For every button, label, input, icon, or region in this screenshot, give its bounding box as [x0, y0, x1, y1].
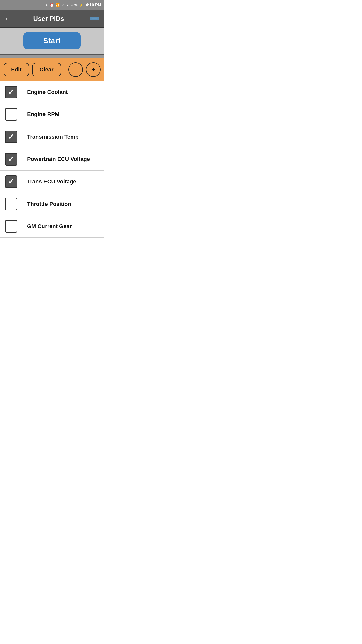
plus-icon: + [91, 66, 95, 74]
header-minimize-button[interactable]: — [90, 17, 99, 20]
checkbox-box [5, 198, 17, 210]
signal-blocked-icon: ✕ [61, 3, 64, 7]
pid-label: Powertrain ECU Voltage [22, 156, 95, 163]
minus-icon: — [72, 66, 79, 74]
checkmark-icon: ✓ [8, 88, 14, 96]
pid-label: Throttle Position [22, 201, 76, 207]
list-item: Engine RPM [0, 103, 104, 126]
add-pid-button[interactable]: + [86, 62, 101, 77]
bottom-area [0, 238, 104, 283]
checkbox-box: ✓ [5, 175, 17, 188]
toolbar: Edit Clear — + [0, 58, 104, 81]
list-item: Throttle Position [0, 193, 104, 215]
checkmark-icon: ✓ [8, 155, 14, 163]
checkbox-box: ✓ [5, 131, 17, 143]
pid-checkbox[interactable] [0, 215, 22, 237]
pid-checkbox[interactable] [0, 103, 22, 126]
list-item: ✓Powertrain ECU Voltage [0, 148, 104, 171]
pid-label: Engine Coolant [22, 89, 73, 95]
separator [0, 54, 104, 58]
checkbox-box [5, 108, 17, 121]
checkbox-box: ✓ [5, 153, 17, 166]
pid-checkbox[interactable] [0, 193, 22, 215]
pid-label: Transmission Temp [22, 134, 84, 140]
wifi-icon: 📶 [55, 3, 60, 7]
pid-list: ✓Engine CoolantEngine RPM✓Transmission T… [0, 81, 104, 238]
back-button[interactable]: ‹ [5, 15, 7, 23]
remove-pid-button[interactable]: — [68, 62, 83, 77]
start-button[interactable]: Start [23, 32, 81, 49]
status-bar: ∗ ⏰ 📶 ✕ ▲ 98% ⚡ 4:10 PM [0, 0, 104, 10]
list-item: ✓Transmission Temp [0, 126, 104, 148]
list-item: GM Current Gear [0, 215, 104, 238]
list-item: ✓Trans ECU Voltage [0, 171, 104, 193]
pid-checkbox[interactable]: ✓ [0, 148, 22, 170]
pid-checkbox[interactable]: ✓ [0, 171, 22, 193]
battery-percentage: 98% [71, 3, 78, 7]
edit-button[interactable]: Edit [4, 63, 29, 76]
page-title: User PIDs [33, 15, 64, 23]
pid-label: Engine RPM [22, 111, 64, 118]
status-time: 4:10 PM [86, 3, 101, 7]
clear-button[interactable]: Clear [32, 63, 61, 76]
header: ‹ User PIDs — [0, 10, 104, 28]
list-item: ✓Engine Coolant [0, 81, 104, 103]
start-area: Start [0, 28, 104, 54]
alarm-icon: ⏰ [50, 3, 54, 7]
checkbox-box: ✓ [5, 86, 17, 98]
checkmark-icon: ✓ [8, 133, 14, 141]
checkmark-icon: ✓ [8, 178, 14, 185]
bluetooth-icon: ∗ [45, 3, 48, 7]
pid-checkbox[interactable]: ✓ [0, 81, 22, 103]
signal-icon: ▲ [66, 3, 69, 7]
checkbox-box [5, 220, 17, 233]
pid-label: GM Current Gear [22, 223, 77, 230]
battery-charging-icon: ⚡ [79, 3, 83, 7]
pid-label: Trans ECU Voltage [22, 178, 81, 185]
pid-checkbox[interactable]: ✓ [0, 126, 22, 148]
